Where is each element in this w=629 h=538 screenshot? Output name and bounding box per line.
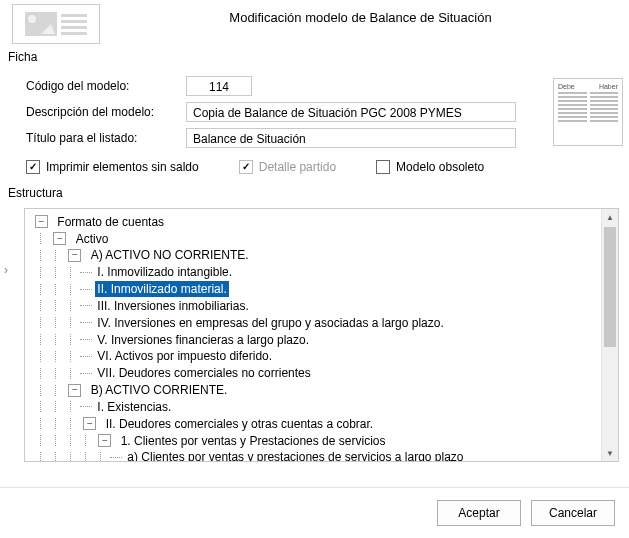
- obsoleto-checkbox[interactable]: Modelo obsoleto: [376, 160, 484, 174]
- header-icon: [12, 4, 100, 44]
- collapse-icon[interactable]: −: [53, 232, 66, 245]
- tree-node-a4[interactable]: IV. Inversiones en empresas del grupo y …: [29, 314, 601, 331]
- preview-thumbnail: Debe Haber: [553, 78, 623, 146]
- tree-node-a[interactable]: − A) ACTIVO NO CORRIENTE.: [29, 247, 601, 264]
- tree-node-b[interactable]: − B) ACTIVO CORRIENTE.: [29, 381, 601, 398]
- tree-node-a3[interactable]: III. Inversiones inmobiliarias.: [29, 297, 601, 314]
- tree-node-a2[interactable]: II. Inmovilizado material.: [29, 280, 601, 297]
- section-ficha: Ficha: [0, 44, 629, 70]
- section-estructura: Estructura: [0, 176, 629, 206]
- tree-node-a6[interactable]: VI. Activos por impuesto diferido.: [29, 348, 601, 365]
- preview-col-right: Haber: [599, 83, 618, 90]
- descripcion-label: Descripción del modelo:: [12, 105, 186, 119]
- collapse-icon[interactable]: −: [98, 434, 111, 447]
- tree-container: − Formato de cuentas − Activo − A) ACTIV…: [24, 208, 619, 462]
- scroll-down-icon[interactable]: ▼: [602, 445, 618, 461]
- tree-view[interactable]: − Formato de cuentas − Activo − A) ACTIV…: [25, 209, 601, 461]
- collapse-icon[interactable]: −: [68, 384, 81, 397]
- checkbox-icon: [376, 160, 390, 174]
- detalle-label: Detalle partido: [259, 160, 336, 174]
- collapse-icon[interactable]: −: [68, 249, 81, 262]
- checkbox-icon: [26, 160, 40, 174]
- window-title: Modificación modelo de Balance de Situac…: [100, 4, 621, 25]
- tree-node-b2-1[interactable]: − 1. Clientes por ventas y Prestaciones …: [29, 432, 601, 449]
- titulo-label: Título para el listado:: [12, 131, 186, 145]
- obsoleto-label: Modelo obsoleto: [396, 160, 484, 174]
- tree-node-root[interactable]: − Formato de cuentas: [29, 213, 601, 230]
- scroll-thumb[interactable]: [604, 227, 616, 347]
- titulo-field[interactable]: Balance de Situación: [186, 128, 516, 148]
- collapse-icon[interactable]: −: [35, 215, 48, 228]
- tree-node-a7[interactable]: VII. Deudores comerciales no corrientes: [29, 364, 601, 381]
- expand-handle-icon[interactable]: ›: [0, 250, 12, 290]
- descripcion-field[interactable]: Copia de Balance de Situación PGC 2008 P…: [186, 102, 516, 122]
- accept-button[interactable]: Aceptar: [437, 500, 521, 526]
- codigo-label: Código del modelo:: [12, 79, 186, 93]
- tree-node-a1[interactable]: I. Inmovilizado intangible.: [29, 263, 601, 280]
- checkbox-icon: [239, 160, 253, 174]
- detalle-checkbox: Detalle partido: [239, 160, 336, 174]
- tree-node-a5[interactable]: V. Inversiones financieras a largo plazo…: [29, 331, 601, 348]
- tree-node-b1[interactable]: I. Existencias.: [29, 398, 601, 415]
- codigo-field[interactable]: 114: [186, 76, 252, 96]
- tree-node-b2-1a[interactable]: a) Clientes por ventas y prestaciones de…: [29, 449, 601, 461]
- tree-node-activo[interactable]: − Activo: [29, 230, 601, 247]
- scroll-up-icon[interactable]: ▲: [602, 209, 618, 225]
- tree-scrollbar[interactable]: ▲ ▼: [601, 209, 618, 461]
- imprimir-checkbox[interactable]: Imprimir elementos sin saldo: [26, 160, 199, 174]
- cancel-button[interactable]: Cancelar: [531, 500, 615, 526]
- tree-node-b2[interactable]: − II. Deudores comerciales y otras cuent…: [29, 415, 601, 432]
- collapse-icon[interactable]: −: [83, 417, 96, 430]
- preview-col-left: Debe: [558, 83, 575, 90]
- imprimir-label: Imprimir elementos sin saldo: [46, 160, 199, 174]
